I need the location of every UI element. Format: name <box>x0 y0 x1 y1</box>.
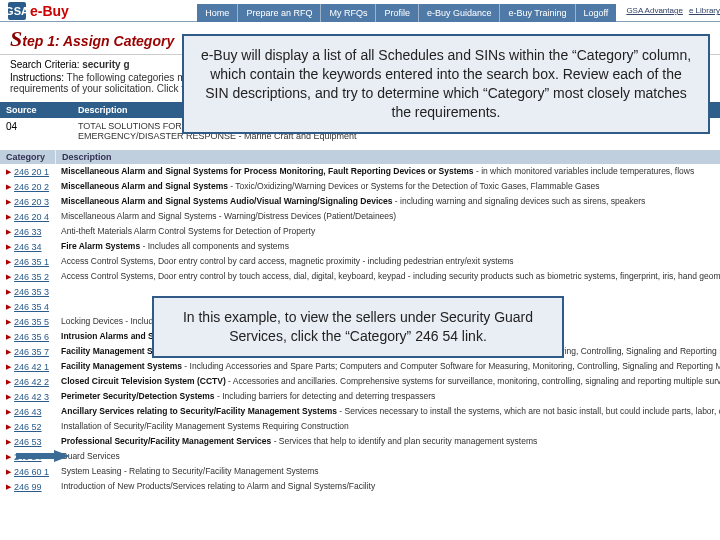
sin-description: Access Control Systems, Door entry contr… <box>55 269 720 284</box>
bullet-icon: ▶ <box>6 318 11 326</box>
sin-description: Professional Security/Facility Managemen… <box>55 434 720 449</box>
bullet-icon: ▶ <box>6 288 11 296</box>
bullet-icon: ▶ <box>6 273 11 281</box>
bullet-icon: ▶ <box>6 303 11 311</box>
sin-cell: ▶246 20 3 <box>0 194 55 209</box>
bullet-icon: ▶ <box>6 363 11 371</box>
sin-cell: ▶246 20 4 <box>0 209 55 224</box>
sin-link[interactable]: 246 52 <box>14 422 42 432</box>
callout-mid: In this example, to view the sellers und… <box>152 296 564 358</box>
bullet-icon: ▶ <box>6 483 11 491</box>
sin-description: Ancillary Services relating to Security/… <box>55 404 720 419</box>
sin-cell: ▶246 35 5 <box>0 314 55 329</box>
mini-links: GSA Advantagee Library <box>626 6 720 15</box>
nav-logoff[interactable]: Logoff <box>576 4 617 22</box>
sin-cell: ▶246 20 2 <box>0 179 55 194</box>
sin-link[interactable]: 246 35 7 <box>14 347 49 357</box>
sin-description: Facility Management Systems - Including … <box>55 359 720 374</box>
source-code: 04 <box>0 118 72 144</box>
nav-my-rfqs[interactable]: My RFQs <box>321 4 376 22</box>
arrow-indicator-icon <box>16 450 70 462</box>
sin-link[interactable]: 246 35 6 <box>14 332 49 342</box>
sin-cell: ▶246 53 <box>0 434 55 449</box>
sin-description: Miscellaneous Alarm and Signal Systems A… <box>55 194 720 209</box>
minilink-gsa-advantage[interactable]: GSA Advantage <box>626 6 683 15</box>
instructions-label: Instructions: <box>10 72 64 83</box>
sin-link[interactable]: 246 20 2 <box>14 182 49 192</box>
sin-description: Fire Alarm Systems - Includes all compon… <box>55 239 720 254</box>
sin-link[interactable]: 246 42 1 <box>14 362 49 372</box>
bullet-icon: ▶ <box>6 258 11 266</box>
minilink-e-library[interactable]: e Library <box>689 6 720 15</box>
nav-e-buy-guidance[interactable]: e-Buy Guidance <box>419 4 501 22</box>
sin-link[interactable]: 246 35 5 <box>14 317 49 327</box>
sin-description: Miscellaneous Alarm and Signal Systems -… <box>55 179 720 194</box>
sin-cell: ▶246 35 2 <box>0 269 55 284</box>
sin-cell: ▶246 35 6 <box>0 329 55 344</box>
sin-link[interactable]: 246 53 <box>14 437 42 447</box>
bullet-icon: ▶ <box>6 393 11 401</box>
sin-link[interactable]: 246 42 3 <box>14 392 49 402</box>
bullet-icon: ▶ <box>6 453 11 461</box>
sin-cell: ▶246 34 <box>0 239 55 254</box>
sin-cell: ▶246 33 <box>0 224 55 239</box>
sin-link[interactable]: 246 20 1 <box>14 167 49 177</box>
sin-link[interactable]: 246 35 1 <box>14 257 49 267</box>
sin-cell: ▶246 42 3 <box>0 389 55 404</box>
topbar: GSA e-Buy HomePrepare an RFQMy RFQsProfi… <box>0 0 720 22</box>
sin-cell: ▶246 35 1 <box>0 254 55 269</box>
bullet-icon: ▶ <box>6 348 11 356</box>
bullet-icon: ▶ <box>6 468 11 476</box>
col-source: Source <box>0 102 72 118</box>
nav-prepare-an-rfq[interactable]: Prepare an RFQ <box>238 4 321 22</box>
sin-link[interactable]: 246 33 <box>14 227 42 237</box>
bullet-icon: ▶ <box>6 213 11 221</box>
sin-cell: ▶246 42 1 <box>0 359 55 374</box>
sin-link[interactable]: 246 42 2 <box>14 377 49 387</box>
bullet-icon: ▶ <box>6 423 11 431</box>
sin-link[interactable]: 246 20 3 <box>14 197 49 207</box>
nav-profile[interactable]: Profile <box>376 4 419 22</box>
bullet-icon: ▶ <box>6 198 11 206</box>
sin-description: Introduction of New Products/Services re… <box>55 479 720 494</box>
sin-cell: ▶246 43 <box>0 404 55 419</box>
bullet-icon: ▶ <box>6 183 11 191</box>
logo-text: e-Buy <box>30 3 69 19</box>
callout-top: e-Buy will display a list of all Schedul… <box>182 34 710 134</box>
sin-link[interactable]: 246 35 2 <box>14 272 49 282</box>
sin-description: Anti-theft Materials Alarm Control Syste… <box>55 224 720 239</box>
sin-cell: ▶246 35 7 <box>0 344 55 359</box>
bullet-icon: ▶ <box>6 243 11 251</box>
logo-badge: GSA <box>8 2 26 20</box>
sin-description: Installation of Security/Facility Manage… <box>55 419 720 434</box>
bullet-icon: ▶ <box>6 408 11 416</box>
main-nav: HomePrepare an RFQMy RFQsProfilee-Buy Gu… <box>197 0 616 22</box>
sin-link[interactable]: 246 20 4 <box>14 212 49 222</box>
sin-link[interactable]: 246 99 <box>14 482 42 492</box>
sin-description: Miscellaneous Alarm and Signal Systems f… <box>55 164 720 179</box>
sin-cell: ▶246 52 <box>0 419 55 434</box>
sin-link[interactable]: 246 60 1 <box>14 467 49 477</box>
sin-description: Guard Services <box>55 449 720 464</box>
sin-description: Closed Circuit Television System (CCTV) … <box>55 374 720 389</box>
sin-cell: ▶246 60 1 <box>0 464 55 479</box>
sin-description: Access Control Systems, Door entry contr… <box>55 254 720 269</box>
search-criteria-label: Search Criteria: <box>10 59 79 70</box>
sin-description: Perimeter Security/Detection Systems - I… <box>55 389 720 404</box>
bullet-icon: ▶ <box>6 228 11 236</box>
sin-cell: ▶246 20 1 <box>0 164 55 179</box>
sin-cell: ▶246 99 <box>0 479 55 494</box>
nav-e-buy-training[interactable]: e-Buy Training <box>500 4 575 22</box>
sin-link[interactable]: 246 43 <box>14 407 42 417</box>
bullet-icon: ▶ <box>6 438 11 446</box>
svg-marker-0 <box>16 450 70 462</box>
nav-home[interactable]: Home <box>197 4 238 22</box>
sin-cell: ▶246 42 2 <box>0 374 55 389</box>
sin-link[interactable]: 246 35 3 <box>14 287 49 297</box>
sin-link[interactable]: 246 35 4 <box>14 302 49 312</box>
sin-cell: ▶246 35 4 <box>0 299 55 314</box>
logo: GSA e-Buy <box>0 2 150 20</box>
sin-link[interactable]: 246 34 <box>14 242 42 252</box>
sin-description: Miscellaneous Alarm and Signal Systems -… <box>55 209 720 224</box>
bullet-icon: ▶ <box>6 333 11 341</box>
